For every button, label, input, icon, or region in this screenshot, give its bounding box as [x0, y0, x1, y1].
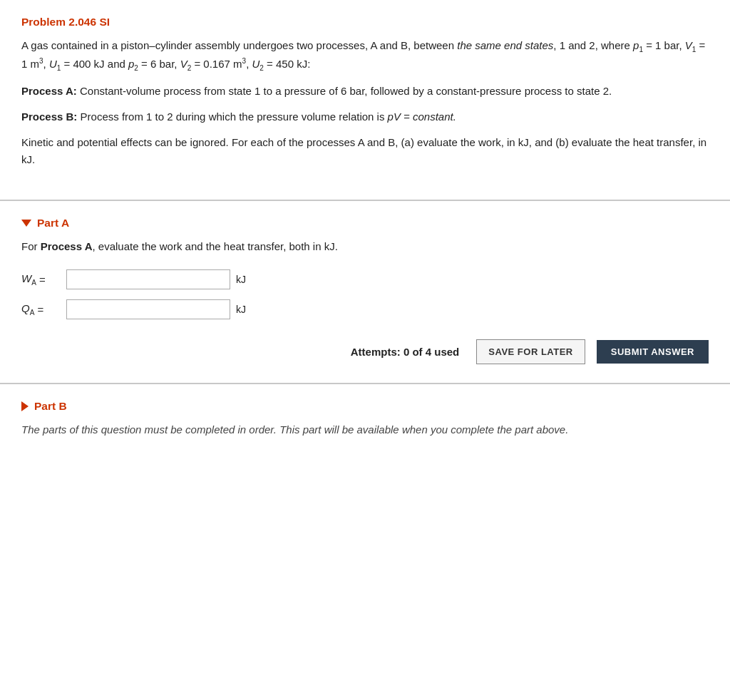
- attempts-text: Attempts: 0 of 4 used: [351, 346, 460, 358]
- part-a-section: Part A For Process A, evaluate the work …: [0, 201, 730, 384]
- qa-input-row: QA = kJ: [21, 299, 709, 319]
- wa-label: WA =: [21, 272, 61, 287]
- problem-intro-paragraph: A gas contained in a piston–cylinder ass…: [21, 37, 709, 74]
- part-a-process-bold: Process A: [41, 240, 93, 252]
- kinetic-text: Kinetic and potential effects can be ign…: [21, 134, 709, 168]
- problem-text: A gas contained in a piston–cylinder ass…: [21, 37, 709, 168]
- part-a-description: For Process A, evaluate the work and the…: [21, 238, 709, 255]
- part-a-header: Part A: [21, 217, 709, 230]
- submit-answer-button[interactable]: SUBMIT ANSWER: [597, 340, 709, 364]
- wa-equals: =: [36, 274, 46, 286]
- qa-equals: =: [34, 304, 43, 316]
- wa-unit: kJ: [236, 274, 246, 285]
- italic-states: the same end states: [457, 39, 553, 51]
- qa-unit: kJ: [236, 304, 246, 315]
- problem-section: Problem 2.046 SI A gas contained in a pi…: [0, 0, 730, 201]
- save-for-later-button[interactable]: SAVE FOR LATER: [476, 339, 585, 364]
- intro-text: A gas contained in a piston–cylinder ass…: [21, 39, 705, 70]
- qa-input[interactable]: [66, 299, 230, 319]
- process-a-label: Process A:: [21, 85, 77, 97]
- process-b-text: Process from 1 to 2 during which the pre…: [81, 110, 456, 123]
- process-b-label: Process B:: [21, 110, 77, 123]
- wa-input-row: WA = kJ: [21, 269, 709, 289]
- wa-input[interactable]: [66, 269, 230, 289]
- wa-var: WA: [21, 272, 36, 287]
- process-b-italic: pV = constant.: [388, 110, 456, 123]
- part-b-locked-text: The parts of this question must be compl…: [21, 421, 709, 438]
- part-a-title: Part A: [37, 217, 69, 230]
- bottom-controls: Attempts: 0 of 4 used SAVE FOR LATER SUB…: [21, 339, 709, 364]
- process-b-paragraph: Process B: Process from 1 to 2 during wh…: [21, 108, 709, 125]
- qa-label: QA =: [21, 302, 61, 316]
- part-a-desc-suffix: , evaluate the work and the heat transfe…: [93, 240, 338, 252]
- part-a-desc-prefix: For: [21, 240, 41, 252]
- process-a-text: Constant-volume process from state 1 to …: [80, 85, 612, 97]
- part-a-collapse-icon[interactable]: [21, 220, 31, 227]
- part-b-header: Part B: [21, 400, 709, 413]
- process-a-paragraph: Process A: Constant-volume process from …: [21, 83, 709, 100]
- page-container: Problem 2.046 SI A gas contained in a pi…: [0, 0, 730, 457]
- part-b-section: Part B The parts of this question must b…: [0, 384, 730, 457]
- problem-title: Problem 2.046 SI: [21, 16, 709, 29]
- part-b-title: Part B: [34, 400, 67, 413]
- part-b-expand-icon[interactable]: [21, 401, 29, 411]
- qa-var: QA: [21, 302, 34, 316]
